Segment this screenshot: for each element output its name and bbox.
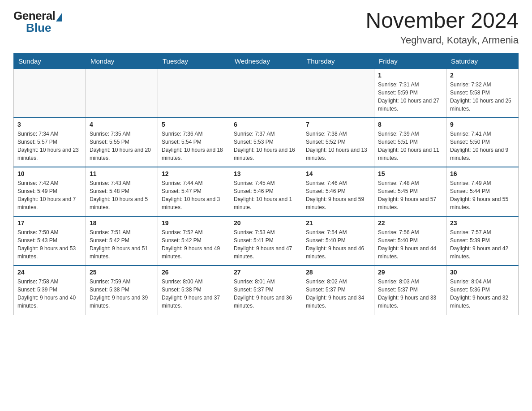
calendar-cell <box>86 68 158 118</box>
day-info: Sunrise: 7:49 AM Sunset: 5:44 PM Dayligh… <box>450 179 515 211</box>
day-info: Sunrise: 7:44 AM Sunset: 5:47 PM Dayligh… <box>162 179 226 211</box>
day-info: Sunrise: 7:42 AM Sunset: 5:49 PM Dayligh… <box>17 179 82 211</box>
weekday-header-wednesday: Wednesday <box>230 53 302 68</box>
calendar-title: November 2024 <box>365 9 519 33</box>
day-info: Sunrise: 7:51 AM Sunset: 5:42 PM Dayligh… <box>90 228 154 261</box>
day-info: Sunrise: 7:31 AM Sunset: 5:59 PM Dayligh… <box>378 81 442 113</box>
day-info: Sunrise: 8:02 AM Sunset: 5:37 PM Dayligh… <box>306 278 370 310</box>
day-number: 14 <box>306 170 370 177</box>
calendar-cell <box>14 68 86 118</box>
calendar-week-row: 1Sunrise: 7:31 AM Sunset: 5:59 PM Daylig… <box>14 68 519 118</box>
calendar-cell: 17Sunrise: 7:50 AM Sunset: 5:43 PM Dayli… <box>14 216 86 265</box>
day-info: Sunrise: 7:41 AM Sunset: 5:50 PM Dayligh… <box>450 130 515 162</box>
calendar-cell: 6Sunrise: 7:37 AM Sunset: 5:53 PM Daylig… <box>230 118 302 167</box>
day-info: Sunrise: 7:45 AM Sunset: 5:46 PM Dayligh… <box>234 179 298 211</box>
day-number: 8 <box>378 121 442 128</box>
logo: General Blue <box>13 9 62 35</box>
calendar-cell: 26Sunrise: 8:00 AM Sunset: 5:38 PM Dayli… <box>158 265 230 315</box>
calendar-week-row: 24Sunrise: 7:58 AM Sunset: 5:39 PM Dayli… <box>14 265 519 315</box>
day-info: Sunrise: 7:52 AM Sunset: 5:42 PM Dayligh… <box>162 228 226 261</box>
calendar-cell: 25Sunrise: 7:59 AM Sunset: 5:38 PM Dayli… <box>86 265 158 315</box>
day-number: 9 <box>450 121 515 128</box>
weekday-header-monday: Monday <box>86 53 158 68</box>
weekday-header-thursday: Thursday <box>302 53 374 68</box>
day-number: 4 <box>90 121 154 128</box>
calendar-cell: 28Sunrise: 8:02 AM Sunset: 5:37 PM Dayli… <box>302 265 374 315</box>
day-number: 12 <box>162 170 226 177</box>
calendar-cell: 2Sunrise: 7:32 AM Sunset: 5:58 PM Daylig… <box>446 68 519 118</box>
calendar-cell: 16Sunrise: 7:49 AM Sunset: 5:44 PM Dayli… <box>446 167 519 216</box>
weekday-header-friday: Friday <box>374 53 446 68</box>
weekday-header-saturday: Saturday <box>446 53 519 68</box>
calendar-cell: 29Sunrise: 8:03 AM Sunset: 5:37 PM Dayli… <box>374 265 446 315</box>
weekday-header-sunday: Sunday <box>14 53 86 68</box>
calendar-title-block: November 2024 Yeghvard, Kotayk, Armenia <box>365 9 519 46</box>
calendar-cell <box>158 68 230 118</box>
day-info: Sunrise: 7:48 AM Sunset: 5:45 PM Dayligh… <box>378 179 442 211</box>
calendar-cell <box>230 68 302 118</box>
day-number: 7 <box>306 121 370 128</box>
calendar-cell: 14Sunrise: 7:46 AM Sunset: 5:46 PM Dayli… <box>302 167 374 216</box>
day-info: Sunrise: 7:32 AM Sunset: 5:58 PM Dayligh… <box>450 81 515 113</box>
calendar-cell: 7Sunrise: 7:38 AM Sunset: 5:52 PM Daylig… <box>302 118 374 167</box>
day-number: 24 <box>17 269 82 276</box>
day-number: 5 <box>162 121 226 128</box>
day-number: 1 <box>378 72 442 79</box>
day-info: Sunrise: 7:38 AM Sunset: 5:52 PM Dayligh… <box>306 130 370 162</box>
day-info: Sunrise: 7:39 AM Sunset: 5:51 PM Dayligh… <box>378 130 442 162</box>
calendar-cell: 21Sunrise: 7:54 AM Sunset: 5:40 PM Dayli… <box>302 216 374 265</box>
day-number: 25 <box>90 269 154 276</box>
day-number: 17 <box>17 219 82 227</box>
day-number: 11 <box>90 170 154 177</box>
day-info: Sunrise: 7:36 AM Sunset: 5:54 PM Dayligh… <box>162 130 226 162</box>
calendar-subtitle: Yeghvard, Kotayk, Armenia <box>365 34 519 46</box>
day-number: 18 <box>90 219 154 227</box>
calendar-cell: 13Sunrise: 7:45 AM Sunset: 5:46 PM Dayli… <box>230 167 302 216</box>
calendar-cell: 1Sunrise: 7:31 AM Sunset: 5:59 PM Daylig… <box>374 68 446 118</box>
day-number: 29 <box>378 269 442 276</box>
day-info: Sunrise: 7:43 AM Sunset: 5:48 PM Dayligh… <box>90 179 154 211</box>
calendar-cell: 15Sunrise: 7:48 AM Sunset: 5:45 PM Dayli… <box>374 167 446 216</box>
day-number: 3 <box>17 121 82 128</box>
day-number: 2 <box>450 72 515 79</box>
calendar-table: SundayMondayTuesdayWednesdayThursdayFrid… <box>13 53 519 315</box>
day-number: 27 <box>234 269 298 276</box>
calendar-cell: 27Sunrise: 8:01 AM Sunset: 5:37 PM Dayli… <box>230 265 302 315</box>
day-number: 13 <box>234 170 298 177</box>
day-info: Sunrise: 8:01 AM Sunset: 5:37 PM Dayligh… <box>234 278 298 310</box>
calendar-cell <box>302 68 374 118</box>
day-number: 30 <box>450 269 515 276</box>
day-info: Sunrise: 7:50 AM Sunset: 5:43 PM Dayligh… <box>17 228 82 261</box>
day-info: Sunrise: 8:00 AM Sunset: 5:38 PM Dayligh… <box>162 278 226 310</box>
calendar-cell: 20Sunrise: 7:53 AM Sunset: 5:41 PM Dayli… <box>230 216 302 265</box>
day-number: 26 <box>162 269 226 276</box>
page-header: General Blue November 2024 Yeghvard, Kot… <box>13 9 519 46</box>
weekday-header-tuesday: Tuesday <box>158 53 230 68</box>
calendar-cell: 24Sunrise: 7:58 AM Sunset: 5:39 PM Dayli… <box>14 265 86 315</box>
day-number: 19 <box>162 219 226 227</box>
day-info: Sunrise: 7:34 AM Sunset: 5:57 PM Dayligh… <box>17 130 82 162</box>
day-number: 22 <box>378 219 442 227</box>
calendar-cell: 12Sunrise: 7:44 AM Sunset: 5:47 PM Dayli… <box>158 167 230 216</box>
calendar-week-row: 10Sunrise: 7:42 AM Sunset: 5:49 PM Dayli… <box>14 167 519 216</box>
day-info: Sunrise: 7:57 AM Sunset: 5:39 PM Dayligh… <box>450 228 515 261</box>
day-number: 23 <box>450 219 515 227</box>
calendar-cell: 8Sunrise: 7:39 AM Sunset: 5:51 PM Daylig… <box>374 118 446 167</box>
day-number: 15 <box>378 170 442 177</box>
calendar-cell: 10Sunrise: 7:42 AM Sunset: 5:49 PM Dayli… <box>14 167 86 216</box>
day-info: Sunrise: 8:04 AM Sunset: 5:36 PM Dayligh… <box>450 278 515 310</box>
logo-arrow-icon <box>56 13 62 21</box>
calendar-cell: 19Sunrise: 7:52 AM Sunset: 5:42 PM Dayli… <box>158 216 230 265</box>
day-number: 10 <box>17 170 82 177</box>
day-number: 6 <box>234 121 298 128</box>
calendar-cell: 22Sunrise: 7:56 AM Sunset: 5:40 PM Dayli… <box>374 216 446 265</box>
day-info: Sunrise: 7:58 AM Sunset: 5:39 PM Dayligh… <box>17 278 82 310</box>
logo-blue-text: Blue <box>26 21 51 35</box>
calendar-cell: 9Sunrise: 7:41 AM Sunset: 5:50 PM Daylig… <box>446 118 519 167</box>
calendar-cell: 4Sunrise: 7:35 AM Sunset: 5:55 PM Daylig… <box>86 118 158 167</box>
day-info: Sunrise: 7:56 AM Sunset: 5:40 PM Dayligh… <box>378 228 442 261</box>
day-number: 20 <box>234 219 298 227</box>
day-info: Sunrise: 7:59 AM Sunset: 5:38 PM Dayligh… <box>90 278 154 310</box>
calendar-cell: 5Sunrise: 7:36 AM Sunset: 5:54 PM Daylig… <box>158 118 230 167</box>
calendar-cell: 11Sunrise: 7:43 AM Sunset: 5:48 PM Dayli… <box>86 167 158 216</box>
